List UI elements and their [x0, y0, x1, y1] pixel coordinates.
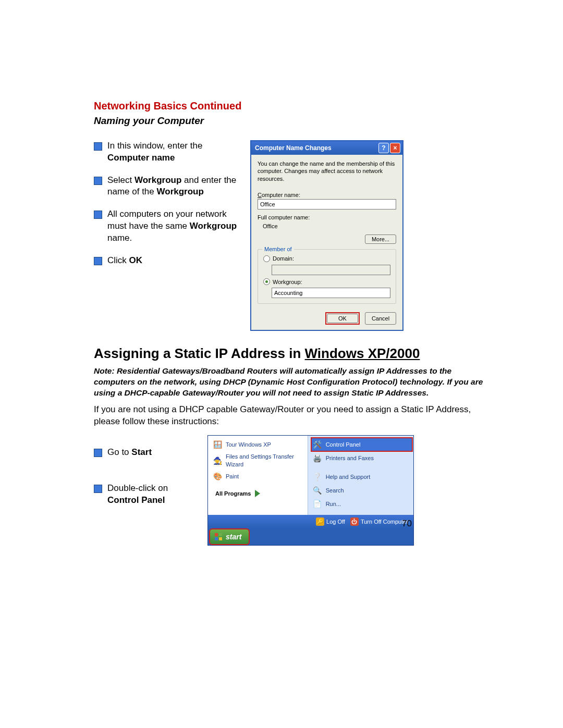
- computer-name-changes-dialog: Computer Name Changes ? × You can change…: [250, 140, 403, 331]
- ok-button-highlight: OK: [325, 312, 360, 325]
- bullet-item: All computers on your network must have …: [94, 208, 240, 244]
- member-of-legend: Member of: [262, 245, 294, 253]
- square-bullet-icon: [94, 485, 102, 493]
- svg-rect-2: [215, 537, 218, 540]
- bullet-item: In this window, enter the Computer name: [94, 140, 240, 164]
- page-number: 70: [402, 518, 412, 530]
- ok-button[interactable]: OK: [327, 314, 358, 323]
- help-button[interactable]: ?: [378, 143, 389, 153]
- computer-name-input[interactable]: [258, 199, 396, 209]
- paint-icon: 🎨: [212, 472, 223, 482]
- menu-item-run[interactable]: 📄 Run...: [311, 497, 412, 511]
- turnoff-button[interactable]: ⏻Turn Off Computer: [350, 517, 408, 526]
- section-heading: Networking Basics Continued: [94, 99, 485, 113]
- workgroup-radio[interactable]: [263, 278, 270, 285]
- search-icon: 🔍: [312, 485, 323, 496]
- logoff-button[interactable]: 🔑Log Off: [316, 517, 345, 526]
- power-icon: ⏻: [350, 517, 359, 526]
- more-button[interactable]: More...: [365, 235, 396, 244]
- bullet-item: Go to Start: [94, 447, 198, 459]
- control-panel-icon: 🛠️: [312, 439, 323, 450]
- cancel-button[interactable]: Cancel: [365, 312, 396, 325]
- menu-item-help[interactable]: ❔ Help and Support: [311, 470, 412, 484]
- heading-static-ip: Assigning a Static IP Address in Windows…: [94, 344, 485, 363]
- close-button[interactable]: ×: [390, 143, 400, 153]
- arrow-right-icon: [255, 490, 260, 497]
- menu-item-search[interactable]: 🔍 Search: [311, 484, 412, 497]
- start-menu-footer: 🔑Log Off ⏻Turn Off Computer: [208, 515, 413, 528]
- windows-flag-icon: [214, 533, 223, 541]
- tour-icon: 🪟: [212, 439, 223, 450]
- menu-item-paint[interactable]: 🎨 Paint: [211, 470, 307, 484]
- workgroup-input[interactable]: [272, 288, 390, 298]
- workgroup-radio-row[interactable]: Workgroup:: [263, 278, 390, 286]
- menu-item-control-panel[interactable]: 🛠️ Control Panel: [311, 438, 412, 451]
- domain-radio[interactable]: [263, 255, 270, 262]
- svg-rect-3: [219, 537, 222, 540]
- menu-item-fst[interactable]: 🧙 Files and Settings Transfer Wizard: [211, 451, 307, 470]
- printer-icon: 🖨️: [312, 453, 323, 463]
- square-bullet-icon: [94, 211, 102, 219]
- domain-radio-row[interactable]: Domain:: [263, 255, 390, 263]
- all-programs[interactable]: All Programs: [215, 490, 307, 498]
- bullet-item: Double-click on Control Panel: [94, 483, 198, 507]
- svg-rect-1: [219, 533, 222, 536]
- full-computer-name-value: Office: [258, 221, 396, 231]
- sub-heading: Naming your Computer: [94, 114, 485, 128]
- domain-input[interactable]: [272, 265, 390, 275]
- square-bullet-icon: [94, 142, 102, 151]
- transfer-wizard-icon: 🧙: [212, 455, 223, 466]
- run-icon: 📄: [312, 499, 323, 509]
- menu-item-tour[interactable]: 🪟 Tour Windows XP: [211, 438, 307, 451]
- start-menu: 🪟 Tour Windows XP 🧙 Files and Settings T…: [207, 435, 414, 546]
- square-bullet-icon: [94, 257, 102, 265]
- help-icon: ❔: [312, 472, 323, 482]
- menu-item-printers[interactable]: 🖨️ Printers and Faxes: [311, 451, 412, 465]
- dialog-titlebar[interactable]: Computer Name Changes ? ×: [251, 141, 402, 155]
- square-bullet-icon: [94, 449, 102, 457]
- paragraph: If you are not using a DHCP capable Gate…: [94, 404, 485, 428]
- square-bullet-icon: [94, 177, 102, 185]
- bullet-item: Select Workgroup and enter the name of t…: [94, 175, 240, 199]
- note-text: Note: Residential Gateways/Broadband Rou…: [94, 366, 485, 399]
- dialog-description: You can change the name and the membersh…: [258, 160, 396, 183]
- full-computer-name-label: Full computer name:: [258, 214, 396, 221]
- start-button[interactable]: start: [210, 529, 249, 544]
- taskbar: start: [208, 528, 413, 545]
- dialog-title: Computer Name Changes: [255, 144, 377, 152]
- svg-rect-0: [215, 533, 218, 536]
- bullet-item: Click OK: [94, 255, 240, 267]
- member-of-group: Member of Domain: Workgroup:: [258, 249, 396, 304]
- computer-name-label: Computer name:: [258, 191, 396, 199]
- logoff-icon: 🔑: [316, 517, 324, 526]
